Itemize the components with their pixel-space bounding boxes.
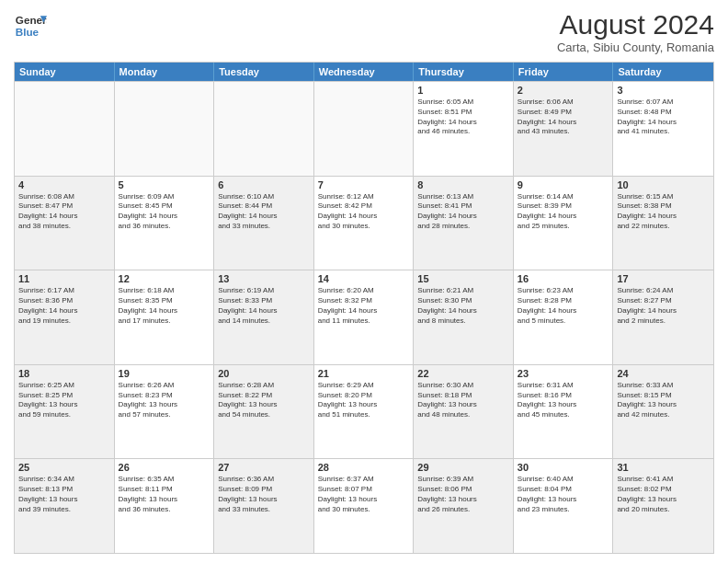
day-cell-11: 11Sunrise: 6:17 AM Sunset: 8:36 PM Dayli… (15, 270, 115, 364)
day-info: Sunrise: 6:09 AM Sunset: 8:45 PM Dayligh… (119, 192, 210, 232)
day-number: 1 (417, 85, 509, 96)
day-number: 16 (518, 273, 609, 284)
day-number: 17 (617, 273, 710, 284)
day-cell-7: 7Sunrise: 6:12 AM Sunset: 8:42 PM Daylig… (314, 177, 415, 270)
day-number: 31 (617, 462, 710, 473)
title-block: August 2024 Carta, Sibiu County, Romania (557, 9, 714, 54)
day-cell-2: 2Sunrise: 6:06 AM Sunset: 8:49 PM Daylig… (514, 82, 614, 176)
day-number: 29 (417, 462, 509, 473)
day-cell-30: 30Sunrise: 6:40 AM Sunset: 8:04 PM Dayli… (514, 459, 614, 553)
day-info: Sunrise: 6:17 AM Sunset: 8:36 PM Dayligh… (18, 286, 110, 326)
day-info: Sunrise: 6:29 AM Sunset: 8:20 PM Dayligh… (318, 381, 410, 420)
day-cell-9: 9Sunrise: 6:14 AM Sunset: 8:39 PM Daylig… (514, 177, 614, 270)
day-info: Sunrise: 6:18 AM Sunset: 8:35 PM Dayligh… (119, 286, 210, 326)
svg-text:Blue: Blue (16, 26, 40, 38)
calendar-row-4: 18Sunrise: 6:25 AM Sunset: 8:25 PM Dayli… (15, 364, 713, 459)
day-cell-8: 8Sunrise: 6:13 AM Sunset: 8:41 PM Daylig… (414, 177, 514, 270)
day-info: Sunrise: 6:35 AM Sunset: 8:11 PM Dayligh… (119, 475, 210, 514)
day-header-sunday: Sunday (15, 63, 115, 81)
day-info: Sunrise: 6:05 AM Sunset: 8:51 PM Dayligh… (417, 98, 509, 137)
day-cell-21: 21Sunrise: 6:29 AM Sunset: 8:20 PM Dayli… (314, 365, 415, 459)
day-info: Sunrise: 6:23 AM Sunset: 8:28 PM Dayligh… (518, 286, 609, 326)
day-info: Sunrise: 6:26 AM Sunset: 8:23 PM Dayligh… (119, 381, 210, 420)
day-cell-26: 26Sunrise: 6:35 AM Sunset: 8:11 PM Dayli… (115, 459, 215, 553)
empty-cell (214, 82, 314, 176)
day-number: 4 (18, 179, 110, 190)
day-info: Sunrise: 6:13 AM Sunset: 8:41 PM Dayligh… (417, 192, 509, 232)
day-info: Sunrise: 6:36 AM Sunset: 8:09 PM Dayligh… (218, 475, 310, 514)
day-cell-23: 23Sunrise: 6:31 AM Sunset: 8:16 PM Dayli… (514, 365, 614, 459)
calendar: SundayMondayTuesdayWednesdayThursdayFrid… (14, 62, 714, 554)
day-number: 20 (218, 368, 310, 379)
day-info: Sunrise: 6:40 AM Sunset: 8:04 PM Dayligh… (518, 475, 609, 514)
month-title: August 2024 (557, 9, 714, 40)
day-info: Sunrise: 6:37 AM Sunset: 8:07 PM Dayligh… (318, 475, 410, 514)
empty-cell (15, 82, 115, 176)
day-header-tuesday: Tuesday (214, 63, 314, 81)
calendar-body: 1Sunrise: 6:05 AM Sunset: 8:51 PM Daylig… (15, 81, 713, 553)
day-info: Sunrise: 6:20 AM Sunset: 8:32 PM Dayligh… (318, 286, 410, 326)
day-header-saturday: Saturday (613, 63, 713, 81)
day-cell-3: 3Sunrise: 6:07 AM Sunset: 8:48 PM Daylig… (613, 82, 713, 176)
calendar-row-1: 1Sunrise: 6:05 AM Sunset: 8:51 PM Daylig… (15, 81, 713, 176)
day-number: 6 (218, 179, 310, 190)
location-subtitle: Carta, Sibiu County, Romania (557, 40, 714, 54)
day-cell-13: 13Sunrise: 6:19 AM Sunset: 8:33 PM Dayli… (214, 270, 314, 364)
day-info: Sunrise: 6:34 AM Sunset: 8:13 PM Dayligh… (18, 475, 110, 514)
day-cell-22: 22Sunrise: 6:30 AM Sunset: 8:18 PM Dayli… (414, 365, 514, 459)
header: General Blue August 2024 Carta, Sibiu Co… (14, 9, 714, 54)
day-number: 3 (617, 85, 710, 96)
day-number: 11 (18, 273, 110, 284)
day-cell-29: 29Sunrise: 6:39 AM Sunset: 8:06 PM Dayli… (414, 459, 514, 553)
day-number: 5 (119, 179, 210, 190)
day-cell-17: 17Sunrise: 6:24 AM Sunset: 8:27 PM Dayli… (613, 270, 713, 364)
day-cell-15: 15Sunrise: 6:21 AM Sunset: 8:30 PM Dayli… (414, 270, 514, 364)
day-number: 7 (318, 179, 410, 190)
day-number: 28 (318, 462, 410, 473)
day-info: Sunrise: 6:25 AM Sunset: 8:25 PM Dayligh… (18, 381, 110, 420)
empty-cell (314, 82, 415, 176)
calendar-row-3: 11Sunrise: 6:17 AM Sunset: 8:36 PM Dayli… (15, 270, 713, 364)
calendar-row-2: 4Sunrise: 6:08 AM Sunset: 8:47 PM Daylig… (15, 176, 713, 270)
day-info: Sunrise: 6:28 AM Sunset: 8:22 PM Dayligh… (218, 381, 310, 420)
day-number: 15 (417, 273, 509, 284)
day-header-wednesday: Wednesday (314, 63, 415, 81)
day-info: Sunrise: 6:21 AM Sunset: 8:30 PM Dayligh… (417, 286, 509, 326)
day-cell-28: 28Sunrise: 6:37 AM Sunset: 8:07 PM Dayli… (314, 459, 415, 553)
day-number: 23 (518, 368, 609, 379)
day-cell-31: 31Sunrise: 6:41 AM Sunset: 8:02 PM Dayli… (613, 459, 713, 553)
day-info: Sunrise: 6:12 AM Sunset: 8:42 PM Dayligh… (318, 192, 410, 232)
day-cell-16: 16Sunrise: 6:23 AM Sunset: 8:28 PM Dayli… (514, 270, 614, 364)
day-number: 27 (218, 462, 310, 473)
day-info: Sunrise: 6:33 AM Sunset: 8:15 PM Dayligh… (617, 381, 710, 420)
day-cell-6: 6Sunrise: 6:10 AM Sunset: 8:44 PM Daylig… (214, 177, 314, 270)
calendar-header: SundayMondayTuesdayWednesdayThursdayFrid… (15, 63, 713, 81)
day-cell-14: 14Sunrise: 6:20 AM Sunset: 8:32 PM Dayli… (314, 270, 415, 364)
page: General Blue August 2024 Carta, Sibiu Co… (0, 0, 728, 563)
day-header-thursday: Thursday (414, 63, 514, 81)
day-cell-12: 12Sunrise: 6:18 AM Sunset: 8:35 PM Dayli… (115, 270, 215, 364)
day-cell-20: 20Sunrise: 6:28 AM Sunset: 8:22 PM Dayli… (214, 365, 314, 459)
day-cell-18: 18Sunrise: 6:25 AM Sunset: 8:25 PM Dayli… (15, 365, 115, 459)
day-info: Sunrise: 6:14 AM Sunset: 8:39 PM Dayligh… (518, 192, 609, 232)
day-info: Sunrise: 6:15 AM Sunset: 8:38 PM Dayligh… (617, 192, 710, 232)
day-number: 10 (617, 179, 710, 190)
day-number: 13 (218, 273, 310, 284)
day-header-friday: Friday (514, 63, 614, 81)
day-info: Sunrise: 6:24 AM Sunset: 8:27 PM Dayligh… (617, 286, 710, 326)
calendar-row-5: 25Sunrise: 6:34 AM Sunset: 8:13 PM Dayli… (15, 458, 713, 553)
day-number: 2 (518, 85, 609, 96)
day-number: 18 (18, 368, 110, 379)
day-header-monday: Monday (115, 63, 215, 81)
day-number: 14 (318, 273, 410, 284)
day-number: 30 (518, 462, 609, 473)
day-info: Sunrise: 6:10 AM Sunset: 8:44 PM Dayligh… (218, 192, 310, 232)
day-cell-27: 27Sunrise: 6:36 AM Sunset: 8:09 PM Dayli… (214, 459, 314, 553)
svg-text:General: General (16, 14, 47, 26)
empty-cell (115, 82, 215, 176)
day-number: 22 (417, 368, 509, 379)
day-info: Sunrise: 6:30 AM Sunset: 8:18 PM Dayligh… (417, 381, 509, 420)
day-info: Sunrise: 6:06 AM Sunset: 8:49 PM Dayligh… (518, 98, 609, 137)
day-cell-10: 10Sunrise: 6:15 AM Sunset: 8:38 PM Dayli… (613, 177, 713, 270)
day-number: 8 (417, 179, 509, 190)
